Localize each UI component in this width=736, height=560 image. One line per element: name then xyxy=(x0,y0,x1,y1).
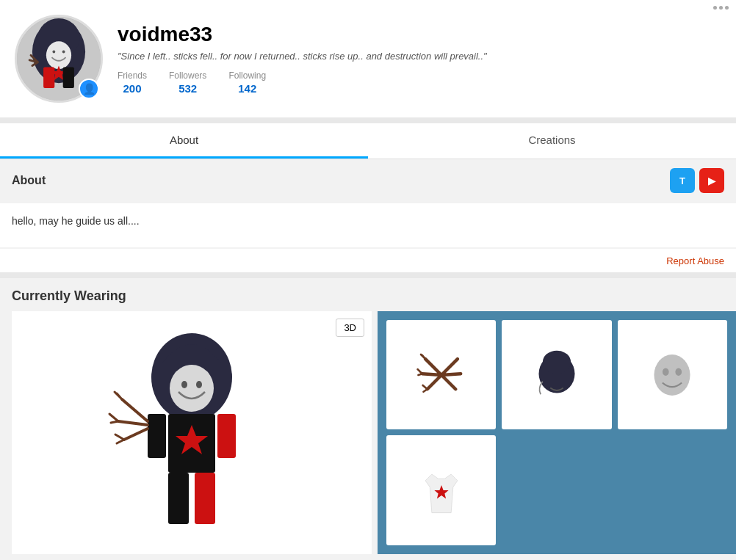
svg-rect-16 xyxy=(195,473,215,524)
tabs-container: About Creations xyxy=(0,123,736,159)
item-mask[interactable] xyxy=(618,320,727,429)
followers-label: Followers xyxy=(169,70,206,81)
twitter-button[interactable]: T xyxy=(670,168,695,193)
svg-point-21 xyxy=(676,368,682,376)
followers-value: 532 xyxy=(178,82,197,95)
following-value: 142 xyxy=(238,82,256,95)
stat-friends[interactable]: Friends 200 xyxy=(118,70,147,95)
svg-rect-13 xyxy=(148,414,166,458)
svg-point-5 xyxy=(62,51,65,54)
claws-icon xyxy=(416,349,467,401)
svg-rect-7 xyxy=(63,67,74,88)
following-label: Following xyxy=(228,70,266,81)
item-shirt[interactable] xyxy=(386,435,496,545)
online-badge: 👤 xyxy=(79,79,99,99)
svg-point-20 xyxy=(663,368,669,376)
currently-wearing-section: Currently Wearing 3D xyxy=(0,278,736,560)
avatar-container: 👤 xyxy=(15,15,103,103)
wearing-display: 3D xyxy=(0,311,736,554)
about-content: hello, may he guide us all.... xyxy=(0,203,736,247)
about-header: About T ▶ xyxy=(0,159,736,202)
report-abuse-container: Report Abuse xyxy=(0,249,736,272)
svg-point-11 xyxy=(196,381,202,388)
character-3d-view: 3D xyxy=(12,311,372,554)
three-d-button[interactable]: 3D xyxy=(336,319,364,337)
profile-card: 👤 voidme33 "Since I left.. sticks fell..… xyxy=(0,0,736,117)
currently-wearing-title: Currently Wearing xyxy=(0,278,736,311)
tab-creations[interactable]: Creations xyxy=(368,123,736,159)
svg-point-19 xyxy=(654,354,690,396)
tab-about[interactable]: About xyxy=(0,123,368,159)
svg-point-18 xyxy=(543,350,571,374)
stat-following[interactable]: Following 142 xyxy=(228,70,266,95)
username: voidme33 xyxy=(118,23,721,46)
about-section: About T ▶ hello, may he guide us all....… xyxy=(0,159,736,272)
social-icons: T ▶ xyxy=(670,168,724,193)
svg-point-3 xyxy=(46,41,71,69)
svg-point-4 xyxy=(52,51,55,54)
stat-followers[interactable]: Followers 532 xyxy=(169,70,206,95)
dot-3 xyxy=(725,6,729,10)
svg-rect-15 xyxy=(168,473,189,524)
svg-point-10 xyxy=(181,381,187,388)
hood-icon xyxy=(531,349,582,401)
dot-2 xyxy=(719,6,723,10)
profile-info: voidme33 "Since I left.. sticks fell.. f… xyxy=(118,23,721,95)
report-abuse-link[interactable]: Report Abuse xyxy=(666,255,724,266)
svg-point-9 xyxy=(170,365,214,412)
friends-label: Friends xyxy=(118,70,147,81)
character-illustration xyxy=(96,319,287,546)
shirt-icon xyxy=(416,465,467,516)
mask-icon xyxy=(646,349,698,401)
stats: Friends 200 Followers 532 Following 142 xyxy=(118,70,721,95)
about-title: About xyxy=(12,174,46,187)
svg-rect-14 xyxy=(217,414,236,458)
item-hood[interactable] xyxy=(502,320,611,429)
item-claws[interactable] xyxy=(386,320,496,429)
dot-1 xyxy=(713,6,717,10)
items-grid xyxy=(378,311,736,554)
friends-value: 200 xyxy=(123,82,141,95)
bio: "Since I left.. sticks fell.. for now I … xyxy=(118,51,721,62)
about-text: hello, may he guide us all.... xyxy=(12,215,724,227)
youtube-button[interactable]: ▶ xyxy=(699,168,724,193)
dots-menu[interactable] xyxy=(713,6,729,10)
svg-rect-6 xyxy=(43,67,54,88)
